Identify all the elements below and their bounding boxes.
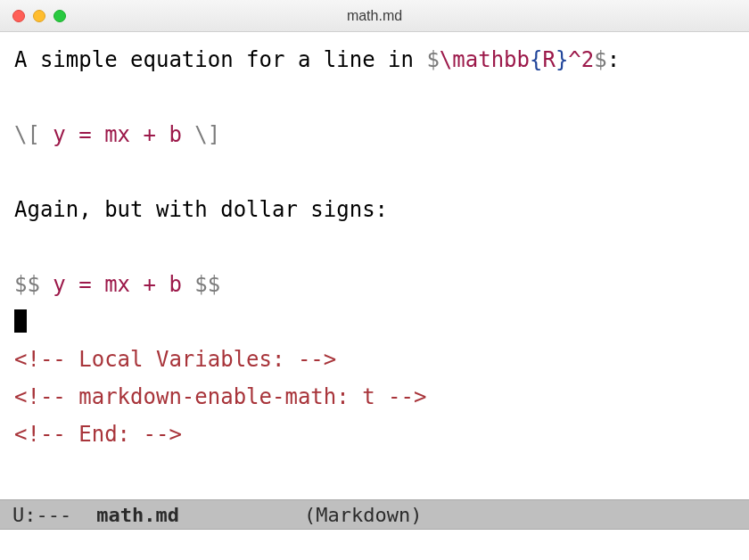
traffic-lights (0, 10, 66, 22)
cursor (14, 309, 27, 333)
window-title: math.md (0, 8, 749, 24)
math-delim: \[ (14, 122, 40, 147)
math-delim: $$ (194, 272, 220, 297)
comment: <!-- Local Variables: --> (14, 347, 336, 372)
modeline-buffer: math.md (96, 504, 179, 526)
math-content: y = mx + b (40, 272, 194, 297)
math-brace: } (556, 47, 568, 72)
minimize-icon[interactable] (33, 10, 45, 22)
close-icon[interactable] (12, 10, 25, 22)
modeline-status: U:--- (12, 504, 71, 526)
math-content: ^2 (568, 47, 594, 72)
titlebar: math.md (0, 0, 749, 32)
math-delim: \] (194, 122, 220, 147)
math-delim: $$ (14, 272, 40, 297)
text: Again, but with dollar signs: (14, 197, 388, 222)
zoom-icon[interactable] (54, 10, 66, 22)
minibuffer[interactable] (0, 530, 749, 560)
modeline: U:--- math.md (Markdown) (0, 499, 749, 530)
comment: <!-- End: --> (14, 422, 182, 447)
text: A simple equation for a line in (14, 47, 426, 72)
modeline-mode: (Markdown) (304, 504, 422, 526)
math-content: \mathbb (440, 47, 530, 72)
math-delim: $ (426, 47, 439, 72)
math-delim: $ (594, 47, 606, 72)
comment: <!-- markdown-enable-math: t --> (14, 384, 426, 409)
math-content: y = mx + b (40, 122, 194, 147)
text: : (607, 47, 620, 72)
editor-area[interactable]: A simple equation for a line in $\mathbb… (0, 32, 749, 499)
math-content: R (542, 47, 555, 72)
math-brace: { (530, 47, 542, 72)
